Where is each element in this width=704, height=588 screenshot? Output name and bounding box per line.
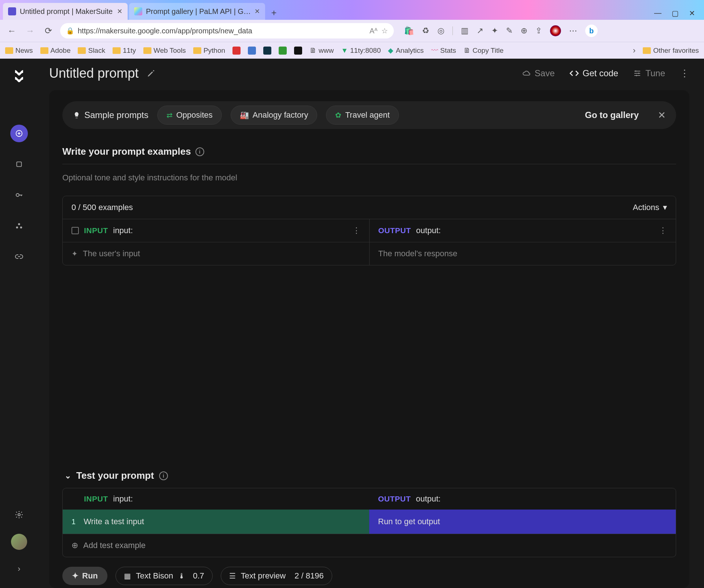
url-bar[interactable]: 🔒 https://makersuite.google.com/app/prom… <box>60 23 394 38</box>
input-column-header: INPUT input: ⋮ <box>63 219 370 242</box>
makersuite-logo-icon[interactable] <box>11 67 27 84</box>
shopping-icon[interactable]: 🛍️ <box>404 26 414 36</box>
factory-icon: 🏭 <box>240 111 249 120</box>
folder-icon <box>40 47 48 54</box>
bookmark-adobe[interactable]: Adobe <box>40 47 71 55</box>
preview-selector[interactable]: ☰ Text preview 2 / 8196 <box>221 567 332 585</box>
target-icon[interactable]: ◎ <box>437 26 444 36</box>
bookmark-label: 11ty:8080 <box>350 47 381 55</box>
output-col-menu-icon[interactable]: ⋮ <box>659 226 667 235</box>
output-cell[interactable]: The model's response <box>370 242 676 265</box>
sidebar-key-button[interactable] <box>10 186 28 204</box>
test-section-heading[interactable]: ⌄ Test your prompt i <box>62 470 676 481</box>
edit-title-button[interactable] <box>147 69 155 78</box>
sidebar-link-button[interactable] <box>10 248 28 265</box>
bookmark-11ty8080[interactable]: ▼11ty:8080 <box>341 47 381 55</box>
input-label: INPUT <box>84 495 108 503</box>
window-minimize-icon[interactable]: — <box>654 9 661 18</box>
run-button[interactable]: ✦ Run <box>62 567 107 585</box>
tab-close-icon[interactable]: ✕ <box>117 7 122 15</box>
more-icon[interactable]: ⋯ <box>569 26 577 36</box>
thermometer-icon: 🌡 <box>178 572 186 580</box>
bookmark-iconly[interactable] <box>232 47 241 55</box>
bottom-action-bar: ✦ Run ▦ Text Bison 🌡 0.7 ☰ Text preview … <box>62 557 676 588</box>
bookmark-slack[interactable]: Slack <box>78 47 105 55</box>
output-col-name[interactable]: output: <box>416 226 441 235</box>
input-col-name[interactable]: input: <box>113 226 133 235</box>
output-label: OUTPUT <box>378 495 411 503</box>
sidebar-create-button[interactable] <box>10 125 28 142</box>
chip-icon: ▦ <box>124 572 131 580</box>
share-icon[interactable]: ⇪ <box>535 26 542 36</box>
example-row-empty[interactable]: ✦ The user's input The model's response <box>63 242 676 265</box>
info-icon[interactable]: i <box>195 147 204 156</box>
bookmark-news[interactable]: News <box>5 47 33 55</box>
browser-tab-active[interactable]: Untitled prompt | MakerSuite ✕ <box>3 3 128 20</box>
svg-point-4 <box>16 227 18 229</box>
overflow-menu-button[interactable]: ⋮ <box>680 68 689 79</box>
bookmark-11ty[interactable]: 11ty <box>113 47 136 55</box>
tune-button[interactable]: Tune <box>633 68 665 78</box>
arrow-icon[interactable]: ↗ <box>477 26 483 36</box>
test-output-cell[interactable]: Run to get output <box>369 510 676 534</box>
edit-icon[interactable]: ✎ <box>506 26 513 36</box>
bookmark-www[interactable]: 🗎www <box>309 47 334 55</box>
recycle-icon[interactable]: ♻ <box>422 26 429 36</box>
window-close-icon[interactable]: ✕ <box>689 9 695 18</box>
bing-icon[interactable]: b <box>585 25 598 37</box>
bookmark-python[interactable]: Python <box>193 47 225 55</box>
bookmark-copytitle[interactable]: 🗎Copy Title <box>463 47 503 55</box>
bookmark-stats[interactable]: 〰Stats <box>431 47 456 55</box>
sample-prompts-label: Sample prompts <box>73 110 148 120</box>
close-samples-button[interactable]: ✕ <box>658 110 666 121</box>
new-tab-button[interactable]: ＋ <box>267 5 281 20</box>
input-col-menu-icon[interactable]: ⋮ <box>352 226 360 235</box>
bookmarks-overflow-icon[interactable]: › <box>633 46 635 55</box>
bookmark-other[interactable]: Other favorites <box>643 47 699 55</box>
save-button[interactable]: Save <box>522 68 555 78</box>
browser-tab-inactive[interactable]: Prompt gallery | PaLM API | G… ✕ <box>129 3 265 20</box>
bookmark-webtools[interactable]: Web Tools <box>143 47 186 55</box>
sidebar-icon[interactable]: ▥ <box>461 26 469 36</box>
info-icon[interactable]: i <box>159 471 168 480</box>
add-test-example-button[interactable]: ⊕ Add test example <box>62 534 676 557</box>
bookmark-analytics[interactable]: ◆Analytics <box>388 46 423 55</box>
bookmark-iconly[interactable] <box>294 47 302 55</box>
sidebar-collapse-button[interactable]: › <box>10 560 28 578</box>
user-avatar[interactable] <box>11 534 27 550</box>
bookmark-icon <box>248 47 256 55</box>
tab-title: Untitled prompt | MakerSuite <box>20 7 113 16</box>
add-test-label: Add test example <box>83 541 146 550</box>
link-icon <box>15 252 23 261</box>
go-to-gallery-link[interactable]: Go to gallery <box>585 110 639 120</box>
bookmark-iconly[interactable] <box>263 47 271 55</box>
bookmark-label: Other favorites <box>653 47 699 55</box>
get-code-button[interactable]: Get code <box>569 68 618 78</box>
model-selector[interactable]: ▦ Text Bison 🌡 0.7 <box>115 567 213 585</box>
extensions-icon[interactable]: ✦ <box>491 26 498 36</box>
bookmark-iconly[interactable] <box>279 47 287 55</box>
refresh-button[interactable]: ⟳ <box>42 24 55 37</box>
window-maximize-icon[interactable]: ▢ <box>672 9 679 18</box>
bookmark-iconly[interactable] <box>248 47 256 55</box>
sample-chip-analogy[interactable]: 🏭Analogy factory <box>231 106 318 125</box>
forward-button[interactable]: → <box>23 24 37 37</box>
tab-close-icon[interactable]: ✕ <box>254 7 260 15</box>
examples-column-header-row: INPUT input: ⋮ OUTPUT output: ⋮ <box>63 219 676 242</box>
back-button[interactable]: ← <box>5 24 18 37</box>
tone-instructions-input[interactable]: Optional tone and style instructions for… <box>62 173 676 183</box>
favorite-icon[interactable]: ☆ <box>381 26 388 35</box>
collections-icon[interactable]: ⊕ <box>521 26 527 36</box>
sidebar-library-button[interactable] <box>10 155 28 173</box>
reader-icon[interactable]: Aᴬ <box>370 26 378 35</box>
sidebar-people-button[interactable] <box>10 217 28 235</box>
profile-avatar-icon[interactable] <box>550 25 561 36</box>
sidebar-settings-button[interactable] <box>10 506 28 523</box>
sample-chip-travel[interactable]: ✿Travel agent <box>326 106 399 125</box>
input-cell[interactable]: ✦ The user's input <box>63 242 370 265</box>
test-input-cell[interactable]: 1 Write a test input <box>63 510 369 534</box>
actions-dropdown[interactable]: Actions ▾ <box>633 203 667 212</box>
select-all-checkbox[interactable] <box>72 227 79 234</box>
sample-chip-opposites[interactable]: ⇄Opposites <box>157 106 222 125</box>
folder-icon <box>193 47 201 54</box>
